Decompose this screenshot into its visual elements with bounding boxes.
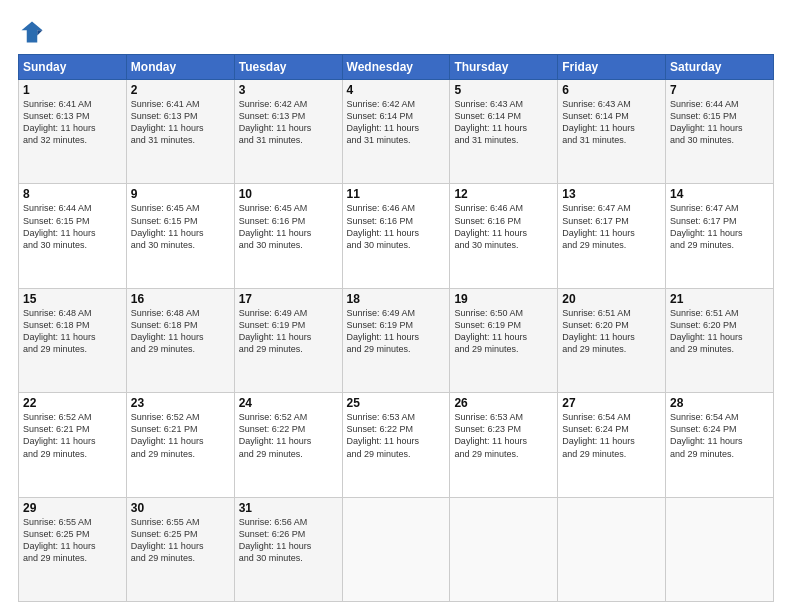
calendar-cell: 2Sunrise: 6:41 AM Sunset: 6:13 PM Daylig… — [126, 80, 234, 184]
calendar-cell: 10Sunrise: 6:45 AM Sunset: 6:16 PM Dayli… — [234, 184, 342, 288]
day-info: Sunrise: 6:44 AM Sunset: 6:15 PM Dayligh… — [670, 98, 769, 147]
day-number: 21 — [670, 292, 769, 306]
day-number: 31 — [239, 501, 338, 515]
calendar-cell — [342, 497, 450, 601]
day-number: 29 — [23, 501, 122, 515]
calendar-cell: 22Sunrise: 6:52 AM Sunset: 6:21 PM Dayli… — [19, 393, 127, 497]
calendar-cell: 16Sunrise: 6:48 AM Sunset: 6:18 PM Dayli… — [126, 288, 234, 392]
day-number: 18 — [347, 292, 446, 306]
day-number: 15 — [23, 292, 122, 306]
day-number: 28 — [670, 396, 769, 410]
weekday-header-friday: Friday — [558, 55, 666, 80]
day-info: Sunrise: 6:53 AM Sunset: 6:22 PM Dayligh… — [347, 411, 446, 460]
calendar-cell: 17Sunrise: 6:49 AM Sunset: 6:19 PM Dayli… — [234, 288, 342, 392]
day-number: 22 — [23, 396, 122, 410]
day-number: 20 — [562, 292, 661, 306]
day-info: Sunrise: 6:55 AM Sunset: 6:25 PM Dayligh… — [131, 516, 230, 565]
calendar-cell: 20Sunrise: 6:51 AM Sunset: 6:20 PM Dayli… — [558, 288, 666, 392]
day-info: Sunrise: 6:47 AM Sunset: 6:17 PM Dayligh… — [562, 202, 661, 251]
weekday-header-tuesday: Tuesday — [234, 55, 342, 80]
day-number: 24 — [239, 396, 338, 410]
day-number: 25 — [347, 396, 446, 410]
day-info: Sunrise: 6:45 AM Sunset: 6:16 PM Dayligh… — [239, 202, 338, 251]
day-number: 19 — [454, 292, 553, 306]
day-info: Sunrise: 6:43 AM Sunset: 6:14 PM Dayligh… — [454, 98, 553, 147]
day-info: Sunrise: 6:42 AM Sunset: 6:14 PM Dayligh… — [347, 98, 446, 147]
calendar-cell: 28Sunrise: 6:54 AM Sunset: 6:24 PM Dayli… — [666, 393, 774, 497]
calendar-cell: 27Sunrise: 6:54 AM Sunset: 6:24 PM Dayli… — [558, 393, 666, 497]
calendar-cell — [558, 497, 666, 601]
day-info: Sunrise: 6:50 AM Sunset: 6:19 PM Dayligh… — [454, 307, 553, 356]
calendar-cell: 31Sunrise: 6:56 AM Sunset: 6:26 PM Dayli… — [234, 497, 342, 601]
day-info: Sunrise: 6:51 AM Sunset: 6:20 PM Dayligh… — [562, 307, 661, 356]
calendar-cell: 12Sunrise: 6:46 AM Sunset: 6:16 PM Dayli… — [450, 184, 558, 288]
weekday-header-thursday: Thursday — [450, 55, 558, 80]
day-info: Sunrise: 6:48 AM Sunset: 6:18 PM Dayligh… — [131, 307, 230, 356]
day-info: Sunrise: 6:45 AM Sunset: 6:15 PM Dayligh… — [131, 202, 230, 251]
calendar-cell: 1Sunrise: 6:41 AM Sunset: 6:13 PM Daylig… — [19, 80, 127, 184]
day-number: 2 — [131, 83, 230, 97]
weekday-header-monday: Monday — [126, 55, 234, 80]
calendar-cell: 6Sunrise: 6:43 AM Sunset: 6:14 PM Daylig… — [558, 80, 666, 184]
day-number: 7 — [670, 83, 769, 97]
day-info: Sunrise: 6:46 AM Sunset: 6:16 PM Dayligh… — [454, 202, 553, 251]
day-info: Sunrise: 6:52 AM Sunset: 6:22 PM Dayligh… — [239, 411, 338, 460]
day-info: Sunrise: 6:48 AM Sunset: 6:18 PM Dayligh… — [23, 307, 122, 356]
day-number: 12 — [454, 187, 553, 201]
day-number: 3 — [239, 83, 338, 97]
calendar-cell: 26Sunrise: 6:53 AM Sunset: 6:23 PM Dayli… — [450, 393, 558, 497]
calendar-cell — [666, 497, 774, 601]
weekday-header-sunday: Sunday — [19, 55, 127, 80]
day-number: 1 — [23, 83, 122, 97]
day-number: 17 — [239, 292, 338, 306]
day-info: Sunrise: 6:54 AM Sunset: 6:24 PM Dayligh… — [670, 411, 769, 460]
day-number: 26 — [454, 396, 553, 410]
page: SundayMondayTuesdayWednesdayThursdayFrid… — [0, 0, 792, 612]
day-number: 8 — [23, 187, 122, 201]
calendar-cell: 9Sunrise: 6:45 AM Sunset: 6:15 PM Daylig… — [126, 184, 234, 288]
calendar-cell: 4Sunrise: 6:42 AM Sunset: 6:14 PM Daylig… — [342, 80, 450, 184]
logo-icon — [18, 18, 46, 46]
day-info: Sunrise: 6:43 AM Sunset: 6:14 PM Dayligh… — [562, 98, 661, 147]
calendar-table: SundayMondayTuesdayWednesdayThursdayFrid… — [18, 54, 774, 602]
day-info: Sunrise: 6:53 AM Sunset: 6:23 PM Dayligh… — [454, 411, 553, 460]
weekday-header-saturday: Saturday — [666, 55, 774, 80]
day-info: Sunrise: 6:56 AM Sunset: 6:26 PM Dayligh… — [239, 516, 338, 565]
day-number: 6 — [562, 83, 661, 97]
day-number: 5 — [454, 83, 553, 97]
day-info: Sunrise: 6:54 AM Sunset: 6:24 PM Dayligh… — [562, 411, 661, 460]
calendar-cell: 25Sunrise: 6:53 AM Sunset: 6:22 PM Dayli… — [342, 393, 450, 497]
day-info: Sunrise: 6:46 AM Sunset: 6:16 PM Dayligh… — [347, 202, 446, 251]
day-info: Sunrise: 6:41 AM Sunset: 6:13 PM Dayligh… — [23, 98, 122, 147]
calendar-cell: 8Sunrise: 6:44 AM Sunset: 6:15 PM Daylig… — [19, 184, 127, 288]
day-number: 11 — [347, 187, 446, 201]
day-info: Sunrise: 6:49 AM Sunset: 6:19 PM Dayligh… — [347, 307, 446, 356]
calendar-cell: 13Sunrise: 6:47 AM Sunset: 6:17 PM Dayli… — [558, 184, 666, 288]
calendar-cell: 29Sunrise: 6:55 AM Sunset: 6:25 PM Dayli… — [19, 497, 127, 601]
calendar-week-1: 1Sunrise: 6:41 AM Sunset: 6:13 PM Daylig… — [19, 80, 774, 184]
day-info: Sunrise: 6:55 AM Sunset: 6:25 PM Dayligh… — [23, 516, 122, 565]
weekday-header-row: SundayMondayTuesdayWednesdayThursdayFrid… — [19, 55, 774, 80]
calendar-cell: 24Sunrise: 6:52 AM Sunset: 6:22 PM Dayli… — [234, 393, 342, 497]
calendar-week-5: 29Sunrise: 6:55 AM Sunset: 6:25 PM Dayli… — [19, 497, 774, 601]
calendar-cell: 30Sunrise: 6:55 AM Sunset: 6:25 PM Dayli… — [126, 497, 234, 601]
calendar-cell: 5Sunrise: 6:43 AM Sunset: 6:14 PM Daylig… — [450, 80, 558, 184]
day-info: Sunrise: 6:51 AM Sunset: 6:20 PM Dayligh… — [670, 307, 769, 356]
calendar-cell: 15Sunrise: 6:48 AM Sunset: 6:18 PM Dayli… — [19, 288, 127, 392]
calendar-cell: 14Sunrise: 6:47 AM Sunset: 6:17 PM Dayli… — [666, 184, 774, 288]
day-number: 10 — [239, 187, 338, 201]
day-info: Sunrise: 6:49 AM Sunset: 6:19 PM Dayligh… — [239, 307, 338, 356]
calendar-cell: 19Sunrise: 6:50 AM Sunset: 6:19 PM Dayli… — [450, 288, 558, 392]
day-number: 27 — [562, 396, 661, 410]
day-number: 30 — [131, 501, 230, 515]
svg-marker-1 — [37, 30, 42, 35]
day-info: Sunrise: 6:44 AM Sunset: 6:15 PM Dayligh… — [23, 202, 122, 251]
calendar-cell: 7Sunrise: 6:44 AM Sunset: 6:15 PM Daylig… — [666, 80, 774, 184]
day-info: Sunrise: 6:52 AM Sunset: 6:21 PM Dayligh… — [23, 411, 122, 460]
day-number: 9 — [131, 187, 230, 201]
calendar-week-2: 8Sunrise: 6:44 AM Sunset: 6:15 PM Daylig… — [19, 184, 774, 288]
day-info: Sunrise: 6:52 AM Sunset: 6:21 PM Dayligh… — [131, 411, 230, 460]
day-number: 13 — [562, 187, 661, 201]
logo — [18, 18, 50, 46]
calendar-cell: 18Sunrise: 6:49 AM Sunset: 6:19 PM Dayli… — [342, 288, 450, 392]
